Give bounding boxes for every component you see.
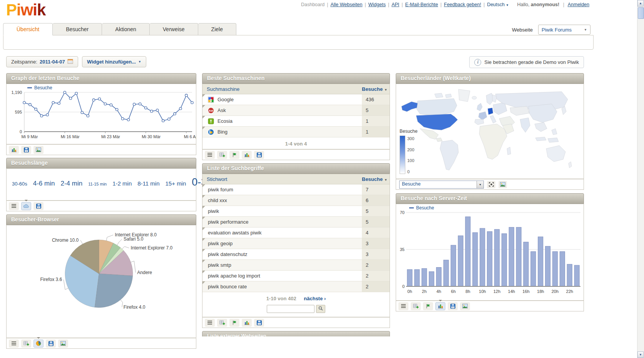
server-time-bar-chart[interactable]: 035700h2h4h6h8h10h12h14h16h18h20h22hBesu…: [396, 204, 584, 301]
piwik-logo[interactable]: Piwik: [6, 1, 45, 19]
site-selector-dropdown[interactable]: Piwik Forums ▼: [538, 25, 590, 35]
table-row[interactable]: piwik performance5: [202, 217, 390, 228]
world-map-svg[interactable]: [396, 84, 584, 179]
widget-header[interactable]: Liste externer Webseiten: [202, 331, 390, 336]
nav-link-feedback-geben-[interactable]: Feedback geben!: [444, 2, 481, 7]
tag-cloud-item[interactable]: 1-2 min: [112, 180, 132, 187]
period-button[interactable]: Zeitspanne: 2011-04-07: [6, 56, 78, 67]
table-more-icon[interactable]: [217, 319, 227, 327]
widget-header[interactable]: Liste der Suchbegriffe: [202, 163, 390, 174]
table-row[interactable]: child xxx6: [202, 195, 390, 206]
table-row[interactable]: piwik datenschutz3: [202, 249, 390, 260]
widget-header[interactable]: Besuchslänge: [6, 158, 196, 169]
tag-cloud-view-icon[interactable]: [21, 202, 31, 210]
table-row[interactable]: AskAsk5: [202, 105, 390, 116]
table-more-icon[interactable]: [217, 151, 227, 159]
table-more-icon[interactable]: [411, 302, 421, 310]
table-row[interactable]: piwik smtp2: [202, 260, 390, 271]
column-sort[interactable]: Besuche▼: [362, 176, 390, 182]
bar-chart-view-icon[interactable]: [242, 319, 252, 327]
goal-flag-icon[interactable]: [229, 151, 239, 159]
pagination-next-link[interactable]: nächste ›: [304, 296, 326, 301]
row-value: 6: [362, 195, 390, 206]
table-view-icon[interactable]: [9, 340, 19, 348]
table-row[interactable]: gGoogle436: [202, 94, 390, 105]
visits-line-chart[interactable]: 05951,190Mi 9 MärMi 16 MärMi 23 MärMi 30…: [6, 84, 196, 144]
map-legend-title: Besuche: [400, 129, 419, 134]
tab-ubersicht[interactable]: Übersicht: [3, 23, 53, 35]
widget-header[interactable]: Besucherländer (Weltkarte): [396, 73, 584, 84]
search-button[interactable]: [316, 305, 325, 313]
table-view-icon[interactable]: [398, 302, 408, 310]
tab-besucher[interactable]: Besucher: [53, 23, 102, 35]
tag-cloud-item[interactable]: 2-4 min: [60, 180, 82, 187]
scrollbar-down-icon[interactable]: ▼: [637, 351, 644, 358]
browser-pie-chart[interactable]: Internet Explorer 8.0Safari 5.0Internet …: [6, 225, 196, 338]
goal-flag-icon[interactable]: [423, 302, 433, 310]
table-view-icon[interactable]: [9, 202, 19, 210]
nav-link-e-mail-berichte[interactable]: E-Mail-Berichte: [405, 2, 438, 7]
world-map[interactable]: Besuche 3002001000: [396, 84, 584, 179]
table-more-icon[interactable]: [21, 340, 31, 348]
scrollbar-up-icon[interactable]: ▲: [637, 0, 644, 7]
scrollbar-thumb[interactable]: [638, 7, 644, 19]
table-view-icon[interactable]: [205, 319, 215, 327]
vertical-scrollbar[interactable]: ▲ ▼: [637, 0, 644, 358]
export-image-icon[interactable]: [460, 302, 470, 310]
tag-cloud-item[interactable]: 11-15 min: [88, 182, 107, 186]
tag-cloud-item[interactable]: 4-6 min: [33, 180, 55, 187]
tab-verweise[interactable]: Verweise: [150, 23, 198, 35]
tab-aktionen[interactable]: Aktionen: [102, 23, 149, 35]
table-row[interactable]: piwik apache log import2: [202, 271, 390, 281]
tag-cloud-item[interactable]: 8-11 min: [137, 180, 159, 187]
nav-link-alle-webseiten[interactable]: Alle Webseiten: [330, 2, 362, 7]
nav-separator: |: [563, 2, 564, 7]
bar-chart-view-icon[interactable]: [242, 151, 252, 159]
export-data-icon[interactable]: [448, 302, 458, 310]
fullscreen-icon[interactable]: [487, 181, 495, 188]
svg-text:22h: 22h: [566, 289, 573, 294]
table-row[interactable]: Ecosia1: [202, 116, 390, 127]
tab-ziele[interactable]: Ziele: [198, 23, 236, 35]
widget-header[interactable]: Graph der letzten Besuche: [6, 73, 196, 84]
table-row[interactable]: Bing1: [202, 127, 390, 137]
bar-chart-view-icon[interactable]: [435, 302, 445, 310]
login-link[interactable]: Anmelden: [568, 2, 589, 7]
column-sort[interactable]: Besuche▼: [362, 86, 390, 92]
export-data-icon[interactable]: [21, 146, 31, 154]
bar-chart-view-icon[interactable]: [9, 146, 19, 154]
export-image-icon[interactable]: [33, 146, 43, 154]
table-row[interactable]: piwik5: [202, 206, 390, 217]
table-row[interactable]: piwik geoip3: [202, 238, 390, 249]
row-corner-icon: [202, 116, 205, 119]
tag-cloud-item[interactable]: 30-60s: [12, 181, 27, 187]
svg-text:0h: 0h: [407, 289, 412, 294]
column-label[interactable]: Stichwort: [202, 176, 362, 182]
nav-link-deutsch[interactable]: Deutsch: [487, 2, 505, 7]
table-row[interactable]: evaluation awstats piwik4: [202, 228, 390, 238]
row-value: 2: [362, 260, 390, 270]
column-label[interactable]: Suchmaschine: [202, 86, 362, 92]
export-data-icon[interactable]: [33, 202, 43, 210]
export-data-icon[interactable]: [254, 319, 264, 327]
svg-text:Chrome 10.0: Chrome 10.0: [52, 238, 79, 243]
search-input[interactable]: [267, 305, 314, 313]
table-row[interactable]: piwik forum7: [202, 184, 390, 195]
widget-header[interactable]: Besucher-Browser: [6, 214, 196, 225]
table-row[interactable]: piwik bounce rate2: [202, 281, 390, 292]
export-data-icon[interactable]: [254, 151, 264, 159]
export-image-icon[interactable]: [58, 340, 68, 348]
export-data-icon[interactable]: [46, 340, 56, 348]
nav-link-api[interactable]: API: [391, 2, 399, 7]
nav-link-widgets[interactable]: Widgets: [368, 2, 386, 7]
pie-chart-view-icon[interactable]: [33, 340, 43, 348]
add-widget-button[interactable]: Widget hinzufügen... ▼: [82, 56, 146, 67]
widget-header[interactable]: Besuche nach Server-Zeit: [396, 193, 584, 204]
widget-last-visits-graph: Graph der letzten Besuche 05951,190Mi 9 …: [6, 73, 196, 155]
metric-select[interactable]: Besuche ▼: [399, 181, 484, 189]
export-image-icon[interactable]: [498, 181, 507, 188]
goal-flag-icon[interactable]: [229, 319, 239, 327]
tag-cloud-item[interactable]: 15+ min: [166, 180, 186, 187]
widget-header[interactable]: Beste Suchmaschinen: [202, 73, 390, 84]
table-view-icon[interactable]: [205, 151, 215, 159]
